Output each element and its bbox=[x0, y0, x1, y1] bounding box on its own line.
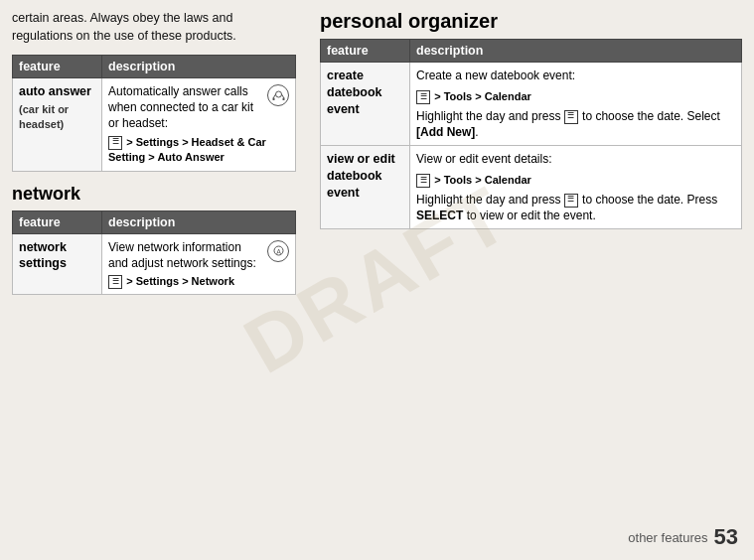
desc-cell-create: Create a new datebook event: ☰ > Tools >… bbox=[410, 63, 742, 146]
page-footer: other features 53 bbox=[628, 524, 738, 550]
menu-icon-2: ☰ bbox=[108, 275, 122, 289]
auto-answer-nav: ☰ > Settings > Headset & Car Setting > A… bbox=[108, 135, 289, 166]
table-row: create datebook event Create a new dateb… bbox=[321, 63, 742, 146]
feature-label-network: network settings bbox=[19, 240, 67, 271]
menu-icon-4: ☰ bbox=[564, 110, 578, 124]
create-datebook-intro: Create a new datebook event: bbox=[416, 68, 735, 83]
network-nav: ☰ > Settings > Network bbox=[108, 274, 289, 290]
table3-header-desc: description bbox=[410, 40, 742, 63]
svg-rect-3 bbox=[272, 97, 274, 100]
network-icon: A bbox=[267, 240, 289, 262]
auto-answer-desc: Automatically answer calls when connecte… bbox=[108, 83, 262, 132]
personal-organizer-title: personal organizer bbox=[320, 10, 742, 33]
menu-icon-3: ☰ bbox=[416, 90, 430, 104]
right-column: personal organizer feature description c… bbox=[308, 0, 754, 560]
left-column: certain areas. Always obey the laws and … bbox=[0, 0, 308, 560]
feature-label-view: view or edit datebook event bbox=[327, 152, 395, 200]
auto-answer-table: feature description auto answer (car kit… bbox=[12, 55, 296, 172]
feature-cell-view-datebook: view or edit datebook event bbox=[321, 146, 410, 229]
menu-icon-5: ☰ bbox=[416, 174, 430, 188]
create-datebook-detail: Highlight the day and press ☰ to choose … bbox=[416, 108, 735, 140]
view-datebook-intro: View or edit event details: bbox=[416, 151, 735, 167]
feature-cell-create-datebook: create datebook event bbox=[321, 63, 410, 146]
feature-cell-auto-answer: auto answer (car kit or headset) bbox=[13, 78, 102, 172]
table1-header-feature: feature bbox=[13, 56, 102, 78]
desc-cell-network: View network information and adjust netw… bbox=[102, 233, 296, 295]
feature-label-auto-answer: auto answer bbox=[19, 84, 91, 98]
svg-line-2 bbox=[281, 94, 284, 98]
view-datebook-nav: ☰ > Tools > Calendar bbox=[416, 173, 735, 189]
intro-text: certain areas. Always obey the laws and … bbox=[12, 10, 296, 45]
network-desc: View network information and adjust netw… bbox=[108, 239, 262, 271]
desc-cell-view: View or edit event details: ☰ > Tools > … bbox=[410, 146, 742, 229]
feature-sub-auto-answer: (car kit or headset) bbox=[19, 102, 95, 132]
network-title: network bbox=[12, 184, 296, 205]
feature-cell-network: network settings bbox=[13, 233, 102, 295]
svg-rect-4 bbox=[282, 97, 284, 100]
table-row: auto answer (car kit or headset) Automat… bbox=[13, 78, 296, 172]
personal-organizer-table: feature description create datebook even… bbox=[320, 39, 742, 229]
svg-point-0 bbox=[275, 91, 281, 97]
svg-line-1 bbox=[273, 94, 276, 98]
network-table: feature description network settings Vie… bbox=[12, 210, 296, 296]
table-row: view or edit datebook event View or edit… bbox=[321, 146, 742, 229]
page-container: certain areas. Always obey the laws and … bbox=[0, 0, 754, 560]
svg-text:A: A bbox=[276, 248, 281, 255]
footer-label: other features bbox=[628, 530, 707, 545]
desc-cell-auto-answer: Automatically answer calls when connecte… bbox=[102, 78, 296, 172]
table2-header-desc: description bbox=[102, 210, 296, 233]
network-section: network feature description network sett… bbox=[12, 184, 296, 296]
table1-header-desc: description bbox=[102, 56, 296, 78]
table2-header-feature: feature bbox=[13, 210, 102, 233]
menu-icon-6: ☰ bbox=[564, 194, 578, 208]
create-datebook-nav: ☰ > Tools > Calendar bbox=[416, 89, 735, 105]
table-row: network settings View network informatio… bbox=[13, 233, 296, 295]
feature-label-create: create datebook event bbox=[327, 69, 382, 116]
table3-header-feature: feature bbox=[321, 40, 410, 63]
page-number: 53 bbox=[714, 524, 738, 550]
headset-icon bbox=[267, 84, 289, 106]
menu-icon-1: ☰ bbox=[108, 136, 122, 150]
view-datebook-detail: Highlight the day and press ☰ to choose … bbox=[416, 192, 735, 223]
